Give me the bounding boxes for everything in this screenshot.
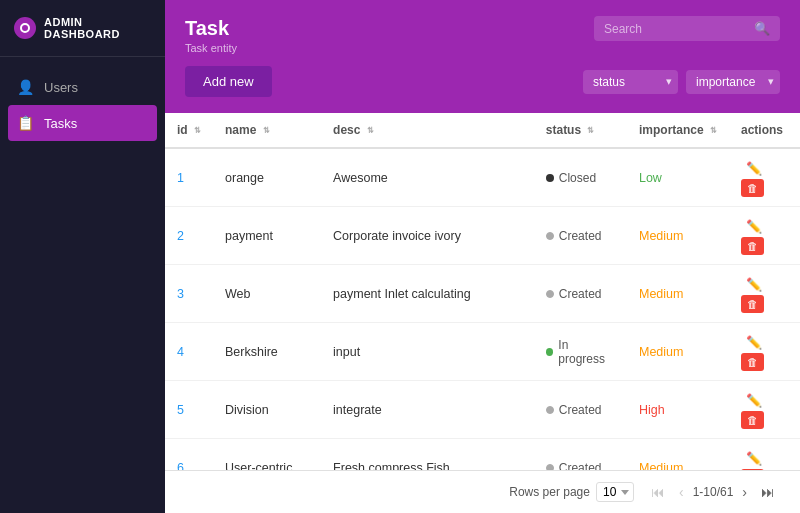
top-row1: Task Task entity 🔍 <box>185 16 780 54</box>
cell-desc: Corporate invoice ivory <box>321 207 534 265</box>
table-row: 4BerkshireinputIn progressMedium✏️🗑 <box>165 323 800 381</box>
next-page-button[interactable]: › <box>737 481 752 503</box>
cell-status: Closed <box>534 148 627 207</box>
cell-name: Berkshire <box>213 323 321 381</box>
cell-importance: Medium <box>627 207 729 265</box>
edit-button[interactable]: ✏️ <box>741 448 767 469</box>
status-dot <box>546 174 554 182</box>
col-actions: actions <box>729 113 800 148</box>
cell-actions: ✏️🗑 <box>729 148 800 207</box>
importance-filter[interactable]: importance Low Medium High <box>686 70 780 94</box>
cell-id: 2 <box>165 207 213 265</box>
importance-value: High <box>639 403 665 417</box>
importance-value: Medium <box>639 287 683 301</box>
cell-id: 1 <box>165 148 213 207</box>
importance-value: Medium <box>639 345 683 359</box>
status-badge: Created <box>546 287 602 301</box>
cell-importance: Low <box>627 148 729 207</box>
first-page-button[interactable]: ⏮ <box>646 481 670 503</box>
edit-button[interactable]: ✏️ <box>741 274 767 295</box>
status-dot <box>546 406 554 414</box>
status-dot <box>546 290 554 298</box>
edit-button[interactable]: ✏️ <box>741 390 767 411</box>
cell-status: Created <box>534 439 627 471</box>
search-icon: 🔍 <box>754 21 770 36</box>
edit-button[interactable]: ✏️ <box>741 332 767 353</box>
sidebar-item-users[interactable]: 👤 Users <box>0 69 165 105</box>
cell-importance: High <box>627 381 729 439</box>
cell-importance: Medium <box>627 439 729 471</box>
row-id-link[interactable]: 2 <box>177 229 184 243</box>
table-row: 6User-centricFresh compress FishCreatedM… <box>165 439 800 471</box>
last-page-button[interactable]: ⏭ <box>756 481 780 503</box>
status-badge: Created <box>546 403 602 417</box>
table-section: id ⇅ name ⇅ desc ⇅ status ⇅ <box>165 113 800 470</box>
cell-desc: Fresh compress Fish <box>321 439 534 471</box>
page-title: Task <box>185 16 237 40</box>
add-new-button[interactable]: Add new <box>185 66 272 97</box>
importance-value: Medium <box>639 461 683 471</box>
cell-id: 6 <box>165 439 213 471</box>
tasks-table: id ⇅ name ⇅ desc ⇅ status ⇅ <box>165 113 800 470</box>
table-row: 1orangeAwesomeClosedLow✏️🗑 <box>165 148 800 207</box>
status-badge: Created <box>546 229 602 243</box>
filter-group: status Closed Created In progress import… <box>583 70 780 94</box>
col-importance: importance ⇅ <box>627 113 729 148</box>
rows-per-page-label: Rows per page <box>509 485 590 499</box>
sort-status[interactable]: ⇅ <box>587 127 594 135</box>
edit-button[interactable]: ✏️ <box>741 158 767 179</box>
delete-button[interactable]: 🗑 <box>741 179 764 197</box>
table-row: 2paymentCorporate invoice ivoryCreatedMe… <box>165 207 800 265</box>
row-id-link[interactable]: 1 <box>177 171 184 185</box>
cell-name: User-centric <box>213 439 321 471</box>
delete-button[interactable]: 🗑 <box>741 411 764 429</box>
main-content: Task Task entity 🔍 Add new status Closed… <box>165 0 800 513</box>
sort-id[interactable]: ⇅ <box>194 127 201 135</box>
status-dot <box>546 232 554 240</box>
page-subtitle: Task entity <box>185 42 237 54</box>
rows-per-page-select[interactable]: 5 10 25 50 <box>596 482 634 502</box>
sidebar-item-tasks[interactable]: 📋 Tasks <box>8 105 157 141</box>
sidebar-item-users-label: Users <box>44 80 78 95</box>
cell-desc: input <box>321 323 534 381</box>
row-id-link[interactable]: 5 <box>177 403 184 417</box>
status-dot <box>546 348 554 356</box>
cell-name: payment <box>213 207 321 265</box>
cell-status: Created <box>534 265 627 323</box>
cell-actions: ✏️🗑 <box>729 381 800 439</box>
cell-desc: payment Inlet calculating <box>321 265 534 323</box>
sidebar-title: ADMIN DASHBOARD <box>44 16 151 40</box>
cell-desc: Awesome <box>321 148 534 207</box>
status-badge: Closed <box>546 171 596 185</box>
cell-id: 4 <box>165 323 213 381</box>
sort-name[interactable]: ⇅ <box>263 127 270 135</box>
task-title-block: Task Task entity <box>185 16 237 54</box>
cell-name: Web <box>213 265 321 323</box>
prev-page-button[interactable]: ‹ <box>674 481 689 503</box>
importance-value: Low <box>639 171 662 185</box>
sort-importance[interactable]: ⇅ <box>710 127 717 135</box>
cell-importance: Medium <box>627 323 729 381</box>
row-id-link[interactable]: 3 <box>177 287 184 301</box>
cell-name: Division <box>213 381 321 439</box>
sort-desc[interactable]: ⇅ <box>367 127 374 135</box>
delete-button[interactable]: 🗑 <box>741 295 764 313</box>
delete-button[interactable]: 🗑 <box>741 237 764 255</box>
cell-actions: ✏️🗑 <box>729 265 800 323</box>
search-box[interactable]: 🔍 <box>594 16 780 41</box>
pagination-bar: Rows per page 5 10 25 50 ⏮ ‹ 1-10/61 › ⏭ <box>165 470 800 513</box>
top-section: Task Task entity 🔍 Add new status Closed… <box>165 0 800 113</box>
status-filter[interactable]: status Closed Created In progress <box>583 70 678 94</box>
col-status: status ⇅ <box>534 113 627 148</box>
cell-importance: Medium <box>627 265 729 323</box>
cell-name: orange <box>213 148 321 207</box>
row-id-link[interactable]: 6 <box>177 461 184 471</box>
rows-per-page: Rows per page 5 10 25 50 <box>509 482 634 502</box>
edit-button[interactable]: ✏️ <box>741 216 767 237</box>
search-input[interactable] <box>604 22 754 36</box>
logo-inner <box>20 23 30 33</box>
row-id-link[interactable]: 4 <box>177 345 184 359</box>
cell-desc: integrate <box>321 381 534 439</box>
delete-button[interactable]: 🗑 <box>741 353 764 371</box>
cell-status: Created <box>534 381 627 439</box>
